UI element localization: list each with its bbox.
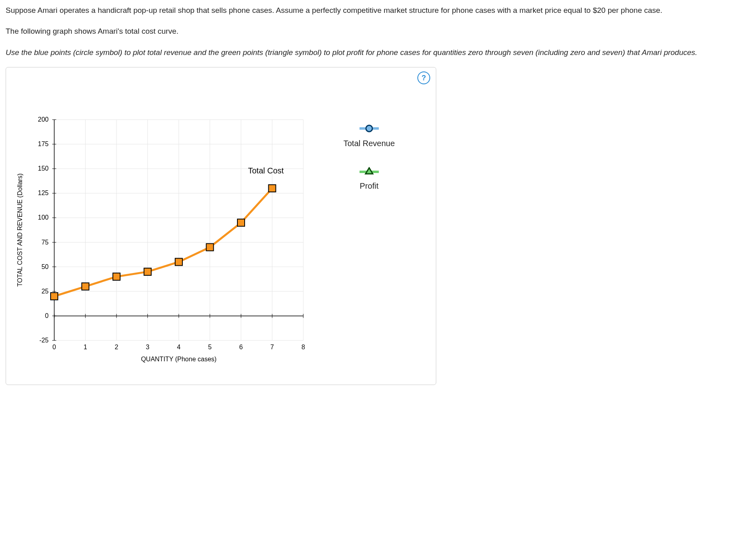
svg-text:Total Cost: Total Cost: [248, 166, 284, 175]
chart-legend: Total Revenue Profit: [343, 124, 395, 209]
svg-text:0: 0: [45, 312, 49, 319]
svg-rect-63: [113, 273, 120, 280]
legend-profit[interactable]: Profit: [343, 166, 395, 193]
svg-point-71: [366, 125, 372, 132]
svg-text:50: 50: [41, 263, 49, 270]
cost-revenue-chart[interactable]: 012345678-250255075100125150175200QUANTI…: [10, 116, 315, 373]
svg-text:2: 2: [115, 344, 119, 350]
graph-panel: ? 012345678-250255075100125150175200QUAN…: [6, 67, 436, 385]
svg-text:25: 25: [41, 288, 49, 295]
svg-text:4: 4: [177, 344, 181, 350]
legend-tr-label: Total Revenue: [343, 136, 395, 150]
svg-text:8: 8: [302, 344, 305, 350]
svg-text:5: 5: [208, 344, 212, 350]
svg-text:100: 100: [38, 214, 49, 221]
intro-para-1: Suppose Amari operates a handicraft pop-…: [6, 4, 750, 17]
instruction-para: Use the blue points (circle symbol) to p…: [6, 46, 750, 59]
svg-text:7: 7: [270, 344, 274, 350]
svg-rect-68: [269, 185, 276, 192]
circle-icon: [357, 124, 381, 133]
svg-rect-67: [237, 219, 245, 226]
svg-rect-62: [82, 283, 89, 290]
legend-profit-label: Profit: [360, 179, 379, 193]
svg-text:3: 3: [146, 344, 149, 350]
svg-rect-66: [206, 244, 214, 251]
svg-rect-65: [175, 258, 182, 265]
svg-text:QUANTITY (Phone cases): QUANTITY (Phone cases): [141, 356, 217, 363]
intro-para-2: The following graph shows Amari's total …: [6, 25, 750, 38]
svg-text:125: 125: [38, 189, 49, 196]
svg-text:6: 6: [239, 344, 243, 350]
svg-text:1: 1: [84, 344, 87, 350]
svg-text:0: 0: [53, 344, 56, 350]
svg-text:200: 200: [38, 116, 49, 123]
svg-rect-61: [51, 293, 58, 300]
svg-text:150: 150: [38, 165, 49, 172]
help-button[interactable]: ?: [417, 71, 430, 84]
svg-text:75: 75: [41, 238, 49, 245]
svg-text:TOTAL COST AND REVENUE (Dollar: TOTAL COST AND REVENUE (Dollars): [16, 173, 23, 287]
svg-text:-25: -25: [39, 337, 49, 344]
triangle-icon: [357, 166, 381, 176]
svg-text:175: 175: [38, 141, 49, 147]
legend-total-revenue[interactable]: Total Revenue: [343, 124, 395, 150]
svg-rect-64: [144, 268, 151, 275]
